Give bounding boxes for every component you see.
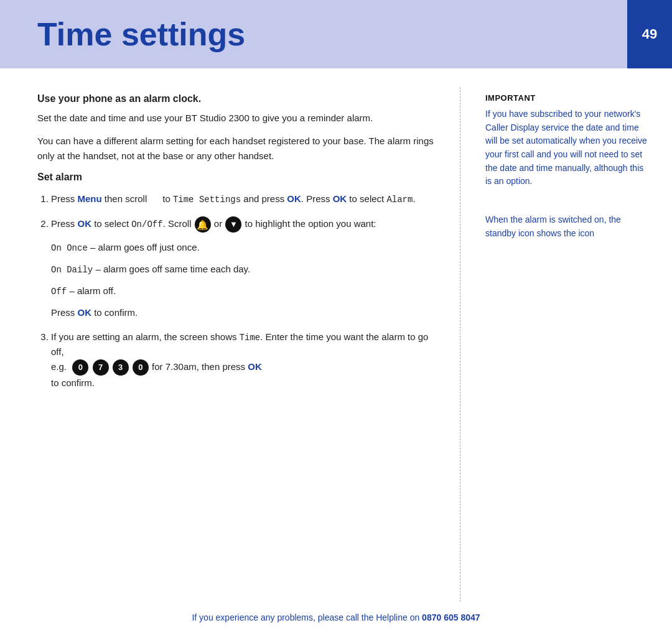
important-text: If you have subscribed to your network's… [485, 108, 647, 188]
confirm-ok: Press OK to confirm. [51, 305, 435, 320]
step-2: Press OK to select On/Off. Scroll 🔔 or ▼… [51, 216, 435, 319]
para2: You can have a different alarm setting f… [37, 134, 435, 163]
ok-link-1a: OK [287, 193, 301, 204]
key-0: 0 [72, 359, 88, 376]
main-content: Use your phone as an alarm clock. Set th… [0, 68, 672, 602]
right-column: IMPORTANT If you have subscribed to your… [460, 87, 672, 602]
alarm-clock-heading: Use your phone as an alarm clock. [37, 93, 435, 104]
footer-label: If you experience any problems, please c… [192, 612, 422, 622]
left-column: Use your phone as an alarm clock. Set th… [0, 87, 460, 602]
helpline-number: 0870 605 8047 [422, 612, 480, 622]
ok-link-2: OK [78, 218, 92, 229]
key-3: 3 [113, 359, 129, 376]
time-settings-mono: Time Settings [173, 195, 241, 205]
important-label: IMPORTANT [485, 93, 647, 103]
step-3: If you are setting an alarm, the screen … [51, 330, 435, 390]
page-title: Time settings [0, 16, 245, 53]
page-header: Time settings 49 [0, 0, 672, 68]
page-number: 49 [627, 0, 672, 68]
option-on-once: On Once – alarm goes off just once. [51, 240, 435, 256]
ok-confirm-link: OK [78, 307, 92, 318]
para1: Set the date and time and use your BT St… [37, 111, 435, 125]
standby-note: When the alarm is switched on, the stand… [485, 213, 647, 240]
option-on-daily: On Daily – alarm goes off same time each… [51, 262, 435, 277]
key-7: 7 [93, 359, 109, 376]
arrow-down-icon: ▼ [225, 216, 241, 233]
step-1: Press Menu then scroll to Time Settings … [51, 192, 435, 207]
ok-link-1b: OK [333, 193, 347, 204]
footer: If you experience any problems, please c… [0, 602, 672, 633]
onoff-mono: On/Off [131, 219, 162, 229]
footer-text: If you experience any problems, please c… [192, 612, 480, 622]
steps-list: Press Menu then scroll to Time Settings … [37, 192, 435, 390]
bell-up-icon: 🔔 [195, 216, 211, 233]
menu-link: Menu [78, 193, 102, 204]
ok-final-link: OK [248, 361, 262, 372]
time-mono: Time [240, 333, 261, 343]
set-alarm-heading: Set alarm [37, 172, 435, 183]
key-0b: 0 [133, 359, 149, 376]
option-off: Off – alarm off. [51, 284, 435, 299]
alarm-mono: Alarm [386, 195, 413, 205]
